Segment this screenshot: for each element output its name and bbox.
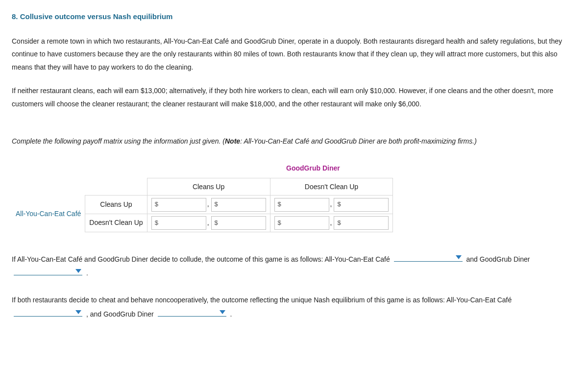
payoff-field[interactable] — [159, 219, 203, 227]
dollar-sign: $ — [278, 217, 281, 229]
paragraph-2: If neither restaurant cleans, each will … — [12, 84, 576, 110]
cell-cleans-doesnt: $,$ — [270, 196, 393, 214]
payoff-input-r1c2-b[interactable]: $ — [334, 198, 389, 212]
payoff-input-r2c2-a[interactable]: $ — [274, 216, 329, 230]
instruction-note-label: Note — [225, 137, 240, 145]
payoff-field[interactable] — [342, 200, 386, 209]
payoff-input-r1c1-b[interactable]: $ — [211, 198, 266, 212]
cell-doesnt-cleans: $,$ — [147, 214, 270, 232]
nash-pre: If both restaurants decide to cheat and … — [12, 296, 512, 304]
comma: , — [207, 197, 209, 211]
instruction-pre: Complete the following payoff matrix usi… — [12, 137, 225, 145]
payoff-field[interactable] — [342, 219, 386, 227]
column-player-label: GoodGrub Diner — [286, 162, 576, 175]
collude-mid: and GoodGrub Diner — [466, 255, 530, 263]
col-header-cleans: Cleans Up — [147, 178, 270, 196]
comma: , — [330, 197, 332, 211]
dollar-sign: $ — [155, 217, 158, 229]
nash-dropdown-goodgrub[interactable] — [158, 307, 226, 317]
payoff-field[interactable] — [282, 200, 326, 209]
payoff-input-r1c1-a[interactable]: $ — [151, 198, 206, 212]
col-header-doesnt-clean: Doesn't Clean Up — [270, 178, 393, 196]
collude-question: If All-You-Can-Eat Café and GoodGrub Din… — [12, 252, 576, 280]
instruction-post: : All-You-Can-Eat Café and GoodGrub Dine… — [240, 137, 477, 145]
row-header-doesnt-clean: Doesn't Clean Up — [85, 214, 147, 232]
dollar-sign: $ — [215, 217, 218, 229]
comma: , — [330, 216, 332, 229]
nash-mid: , and GoodGrub Diner — [86, 310, 154, 318]
row-header-cleans: Cleans Up — [85, 196, 147, 214]
payoff-input-r2c1-b[interactable]: $ — [211, 216, 266, 230]
chevron-down-icon — [456, 255, 462, 259]
paragraph-1: Consider a remote town in which two rest… — [12, 35, 576, 74]
payoff-input-r2c2-b[interactable]: $ — [334, 216, 389, 230]
payoff-field[interactable] — [159, 200, 203, 209]
collude-end: . — [86, 269, 88, 277]
dollar-sign: $ — [278, 198, 281, 211]
payoff-field[interactable] — [282, 219, 326, 227]
comma: , — [207, 216, 209, 229]
chevron-down-icon — [220, 310, 225, 314]
nash-end: . — [230, 310, 232, 318]
question-title: 8. Collusive outcome versus Nash equilib… — [12, 10, 576, 24]
dollar-sign: $ — [337, 217, 341, 229]
nash-question: If both restaurants decide to cheat and … — [12, 294, 576, 320]
payoff-field[interactable] — [219, 200, 263, 209]
nash-dropdown-ayce[interactable] — [14, 307, 82, 317]
payoff-input-r1c2-a[interactable]: $ — [274, 198, 329, 212]
collude-dropdown-goodgrub[interactable] — [14, 266, 82, 275]
chevron-down-icon — [75, 310, 81, 314]
cell-doesnt-doesnt: $,$ — [270, 214, 393, 232]
collude-pre: If All-You-Can-Eat Café and GoodGrub Din… — [12, 255, 390, 263]
payoff-matrix: GoodGrub Diner Cleans Up Doesn't Clean U… — [12, 162, 576, 232]
dollar-sign: $ — [155, 198, 158, 211]
collude-dropdown-ayce[interactable] — [394, 252, 463, 262]
payoff-field[interactable] — [219, 219, 263, 227]
chevron-down-icon — [75, 269, 81, 273]
cell-cleans-cleans: $,$ — [147, 196, 270, 214]
dollar-sign: $ — [337, 198, 341, 211]
row-player-label: All-You-Can-Eat Café — [12, 196, 85, 232]
payoff-input-r2c1-a[interactable]: $ — [151, 216, 206, 230]
dollar-sign: $ — [215, 198, 218, 211]
instruction: Complete the following payoff matrix usi… — [12, 135, 576, 148]
